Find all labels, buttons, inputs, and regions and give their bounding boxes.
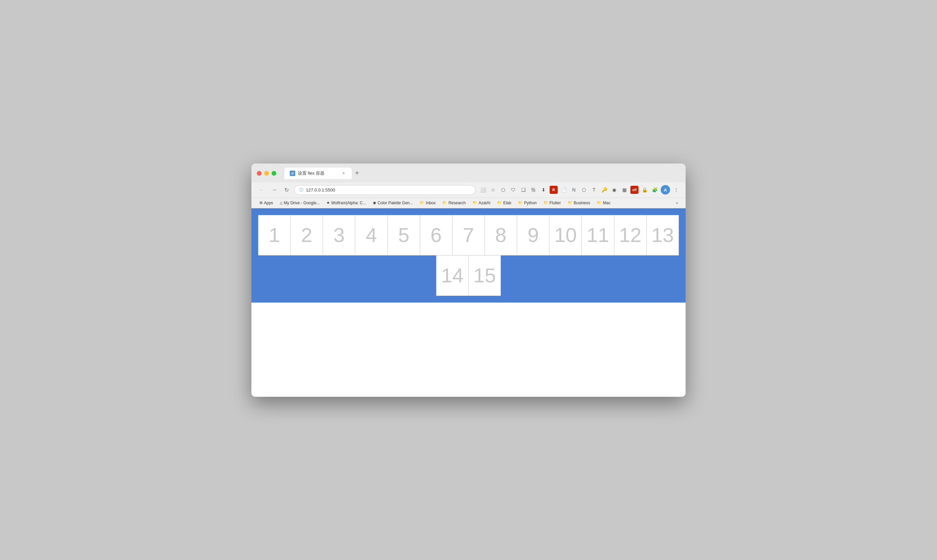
page-content: 1 2 3 4 5 6 7 8 9 10 11 12 13 14 15	[251, 208, 686, 397]
drive-icon: △	[280, 201, 282, 205]
folder-mac-icon: 📁	[597, 201, 602, 205]
browser-window: ◎ 设置 flex 容器 × + ← → ↻ ⓘ 127.0.0.1:5500 …	[251, 163, 686, 397]
forward-button[interactable]: →	[269, 185, 279, 194]
bookmark-research-label: Research	[448, 201, 465, 205]
bookmark-apps-label: Apps	[264, 201, 273, 205]
flex-item-15: 15	[469, 255, 501, 296]
bookmark-elab-label: Elab	[503, 201, 511, 205]
bookmark-colorpalette-label: Color Palette Gen...	[378, 201, 413, 205]
bookmark-inbox[interactable]: 📁 Inbox	[417, 200, 438, 206]
bookmark-colorpalette[interactable]: ◉ Color Palette Gen...	[370, 200, 415, 206]
evernote-icon[interactable]: 🐘	[529, 186, 537, 194]
flex-item-7: 7	[452, 215, 485, 255]
flex-item-4: 4	[355, 215, 388, 255]
flex-item-5: 5	[388, 215, 420, 255]
keepass-icon[interactable]: 🔑	[600, 186, 608, 194]
folder-flutter-icon: 📁	[543, 201, 548, 205]
bookmark-business-label: Business	[574, 201, 590, 205]
flex-item-9: 9	[517, 215, 549, 255]
bookmarks-bar: ⊞ Apps △ My Drive - Google... ★ Wolfram|…	[251, 198, 686, 208]
minimize-button[interactable]	[264, 171, 269, 176]
tab-close-button[interactable]: ×	[341, 171, 346, 176]
flex-item-12: 12	[614, 215, 646, 255]
puzzle-icon[interactable]: 🧩	[651, 186, 659, 194]
active-tab[interactable]: ◎ 设置 flex 容器 ×	[285, 168, 352, 179]
maximize-button[interactable]	[272, 171, 276, 176]
bookmark-research[interactable]: 📁 Research	[440, 200, 468, 206]
title-bar: ◎ 设置 flex 容器 × +	[251, 163, 686, 182]
bookmarks-more-button[interactable]: »	[674, 200, 680, 206]
extension2-icon[interactable]: ⬡	[580, 186, 588, 194]
bookmark-flutter[interactable]: 📁 Flutter	[541, 200, 564, 206]
folder-business-icon: 📁	[568, 201, 572, 205]
pocket-icon[interactable]: ❑	[519, 186, 528, 194]
bookmark-wolfram-label: Wolfram|Alpha: C...	[331, 201, 366, 205]
tab-bar: ◎ 设置 flex 容器 × +	[285, 168, 362, 179]
flex-item-10: 10	[549, 215, 582, 255]
flex-item-3: 3	[323, 215, 355, 255]
flex-row1: 1 2 3 4 5 6 7 8 9 10 11 12 13	[258, 215, 679, 255]
folder-research-icon: 📁	[442, 201, 447, 205]
reader-icon[interactable]: R	[549, 186, 558, 194]
more-button[interactable]: ⋮	[672, 186, 680, 194]
bookmark-python-label: Python	[524, 201, 537, 205]
nav-bar: ← → ↻ ⓘ 127.0.0.1:5500 ⬜ ☆ ⬡ 🛡 ❑ 🐘 ⬇ R 📄…	[251, 182, 686, 198]
folder-elab-icon: 📁	[497, 201, 502, 205]
wolfram-icon: ★	[326, 201, 330, 205]
folder-azatai-icon: 📁	[472, 201, 477, 205]
close-button[interactable]	[257, 171, 262, 176]
bookmark-azatai[interactable]: 📁 AzatAI	[470, 200, 493, 206]
bookmark-drive-label: My Drive - Google...	[284, 201, 320, 205]
folder-python-icon: 📁	[518, 201, 523, 205]
gdocs-icon[interactable]: 📄	[560, 186, 568, 194]
flex-item-1: 1	[258, 215, 291, 255]
tab-title: 设置 flex 容器	[298, 170, 338, 176]
notion-icon[interactable]: N	[570, 186, 578, 194]
bookmark-wolfram[interactable]: ★ Wolfram|Alpha: C...	[324, 200, 369, 206]
back-button[interactable]: ←	[257, 185, 266, 194]
flex-row2: 14 15	[258, 255, 679, 296]
star-icon[interactable]: ☆	[489, 186, 497, 194]
flex-item-8: 8	[485, 215, 517, 255]
bookmark-mac[interactable]: 📁 Mac	[594, 200, 613, 206]
tableplots-icon[interactable]: ▦	[620, 186, 628, 194]
ext3-icon[interactable]: ◉	[610, 186, 618, 194]
flex-container: 1 2 3 4 5 6 7 8 9 10 11 12 13 14 15	[251, 208, 686, 303]
address-bar[interactable]: ⓘ 127.0.0.1:5500	[294, 185, 475, 195]
cast-icon[interactable]: ⬜	[479, 186, 487, 194]
bottom-area	[251, 303, 686, 387]
refresh-button[interactable]: ↻	[282, 185, 291, 194]
bookmark-flutter-label: Flutter	[549, 201, 561, 205]
bookmark-python[interactable]: 📁 Python	[515, 200, 539, 206]
translate-icon[interactable]: T	[590, 186, 598, 194]
bookmark-inbox-label: Inbox	[426, 201, 435, 205]
bookmark-azatai-label: AzatAI	[479, 201, 490, 205]
bookmark-business[interactable]: 📁 Business	[565, 200, 593, 206]
extensions-icon[interactable]: ⬡	[499, 186, 507, 194]
tab-favicon: ◎	[290, 171, 295, 176]
flex-item-11: 11	[582, 215, 614, 255]
lock-icon: ⓘ	[299, 187, 303, 193]
bookmark-apps[interactable]: ⊞ Apps	[257, 200, 275, 206]
flex-item-14: 14	[436, 255, 469, 296]
folder-inbox-icon: 📁	[420, 201, 425, 205]
address-text: 127.0.0.1:5500	[306, 188, 335, 192]
shield-icon[interactable]: 🛡	[509, 186, 517, 194]
flex-item-6: 6	[420, 215, 452, 255]
flex-item-2: 2	[291, 215, 323, 255]
flex-item-13: 13	[646, 215, 679, 255]
bookmark-mac-label: Mac	[603, 201, 611, 205]
nav-icons: ⬜ ☆ ⬡ 🛡 ❑ 🐘 ⬇ R 📄 N ⬡ T 🔑 ◉ ▦ off 🔒 🧩 A …	[479, 185, 680, 194]
apps-icon: ⊞	[260, 201, 263, 205]
profile-button[interactable]: A	[661, 185, 670, 194]
new-tab-button[interactable]: +	[352, 168, 362, 178]
colorpalette-icon: ◉	[373, 201, 376, 205]
window-controls	[257, 171, 276, 176]
bookmark-elab[interactable]: 📁 Elab	[494, 200, 514, 206]
download-icon[interactable]: ⬇	[540, 186, 548, 194]
lastpass-icon[interactable]: 🔒	[640, 186, 649, 194]
bookmark-drive[interactable]: △ My Drive - Google...	[277, 200, 322, 206]
off-badge[interactable]: off	[630, 186, 639, 194]
